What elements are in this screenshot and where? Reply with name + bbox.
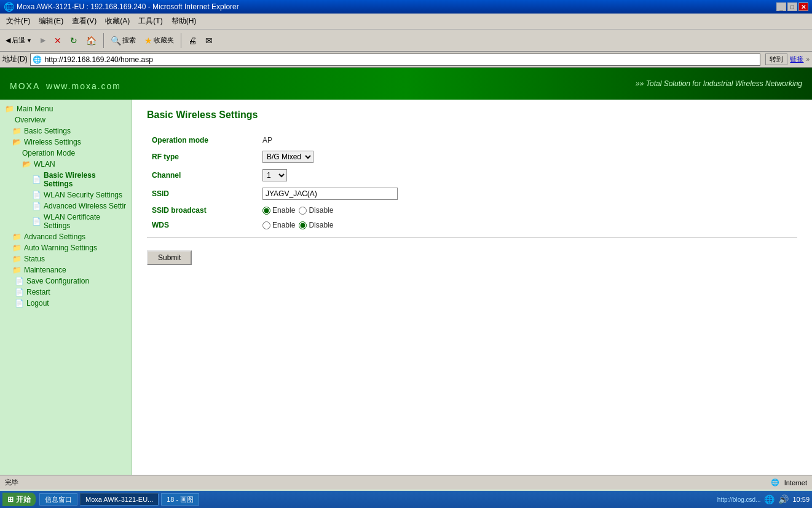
rf-type-label: RF type	[147, 148, 258, 166]
address-input[interactable]	[44, 55, 760, 64]
mail-button[interactable]: ✉	[202, 34, 216, 47]
refresh-button[interactable]: ↻	[67, 34, 81, 47]
sidebar-item-basic-wireless-settings[interactable]: 📄 Basic Wireless Settings	[0, 170, 132, 189]
ssid-broadcast-label: SSID broadcast	[147, 203, 258, 218]
ssid-broadcast-enable-radio[interactable]	[262, 207, 270, 215]
home-icon: 🏠	[86, 36, 97, 46]
forward-icon: ▶	[41, 36, 45, 44]
folder-open-wlan-icon: 📂	[22, 160, 31, 169]
file-wss-icon: 📄	[32, 191, 41, 199]
sidebar-item-wireless-settings[interactable]: 📂 Wireless Settings	[0, 137, 132, 148]
sidebar-item-save-configuration[interactable]: 📄 Save Configuration	[0, 276, 132, 287]
form-divider	[147, 237, 797, 238]
sidebar-item-restart[interactable]: 📄 Restart	[0, 287, 132, 298]
menu-file[interactable]: 文件(F)	[2, 15, 34, 28]
status-bar: 完毕 🌐 Internet	[0, 475, 812, 490]
home-button[interactable]: 🏠	[83, 34, 100, 47]
refresh-icon: ↻	[70, 36, 77, 46]
go-button[interactable]: 转到	[765, 54, 787, 65]
internet-zone-text: Internet	[784, 479, 807, 486]
ssid-broadcast-value: Enable Disable	[258, 203, 797, 218]
sidebar-item-wlan-certificate-settings[interactable]: 📄 WLAN Certificate Settings	[0, 212, 132, 231]
sidebar-label-wireless-settings: Wireless Settings	[24, 138, 81, 146]
wds-enable-radio[interactable]	[262, 221, 270, 229]
search-button[interactable]: 🔍 搜索	[108, 34, 139, 47]
print-button[interactable]: 🖨	[185, 34, 200, 47]
channel-value: 123 456 789 1011	[258, 166, 797, 185]
folder-open-icon: 📂	[12, 138, 22, 146]
ssid-broadcast-disable-text: Disable	[309, 206, 333, 215]
status-text: 完毕	[5, 478, 18, 487]
title-bar: 🌐 Moxa AWK-3121-EU : 192.168.169.240 - M…	[0, 0, 812, 14]
sidebar-item-maintenance[interactable]: 📁 Maintenance	[0, 264, 132, 276]
wds-enable-text: Enable	[272, 221, 295, 229]
wds-disable-label[interactable]: Disable	[299, 221, 333, 229]
title-bar-left: 🌐 Moxa AWK-3121-EU : 192.168.169.240 - M…	[4, 2, 239, 12]
window-title: Moxa AWK-3121-EU : 192.168.169.240 - Mic…	[17, 2, 239, 11]
menu-help[interactable]: 帮助(H)	[168, 15, 200, 28]
sidebar-label-restart: Restart	[26, 288, 50, 296]
favorites-button[interactable]: ★ 收藏夹	[141, 34, 177, 47]
file-aws-icon: 📄	[32, 202, 41, 210]
sidebar-label-overview: Overview	[15, 116, 45, 124]
sidebar-item-operation-mode[interactable]: Operation Mode	[0, 148, 132, 159]
menu-edit[interactable]: 编辑(E)	[35, 15, 67, 28]
sidebar-item-basic-settings[interactable]: 📁 Basic Settings	[0, 125, 132, 137]
channel-select[interactable]: 123 456 789 1011	[262, 169, 287, 181]
sidebar-label-maintenance: Maintenance	[24, 266, 66, 274]
ssid-broadcast-enable-label[interactable]: Enable	[262, 206, 295, 215]
ssid-row: SSID	[147, 185, 797, 203]
folder-closed-icon: 📁	[12, 127, 22, 135]
ssid-broadcast-row: SSID broadcast Enable Disable	[147, 203, 797, 218]
operation-mode-row: Operation mode AP	[147, 133, 797, 148]
page-title: Basic Wireless Settings	[147, 109, 797, 123]
maximize-button[interactable]: □	[787, 2, 797, 11]
sidebar-item-advanced-settings[interactable]: 📁 Advanced Settings	[0, 231, 132, 242]
back-label: 后退	[12, 36, 25, 45]
channel-label: Channel	[147, 166, 258, 185]
back-button[interactable]: ◀ 后退 ▼	[2, 34, 35, 47]
content-area: Basic Wireless Settings Operation mode A…	[132, 100, 812, 475]
sidebar-item-wlan[interactable]: 📂 WLAN	[0, 159, 132, 170]
wds-label: WDS	[147, 218, 258, 232]
sidebar-item-logout[interactable]: 📄 Logout	[0, 298, 132, 309]
sidebar: 📁 Main Menu Overview 📁 Basic Settings 📂 …	[0, 100, 132, 475]
folder-advanced-icon: 📁	[12, 232, 22, 241]
separator-1	[103, 33, 104, 48]
moxa-website: www.moxa.com	[46, 81, 121, 91]
ssid-value	[258, 185, 797, 203]
menu-view[interactable]: 查看(V)	[68, 15, 100, 28]
sidebar-item-main-menu[interactable]: 📁 Main Menu	[0, 103, 132, 114]
close-button[interactable]: ✕	[798, 2, 808, 11]
ssid-input[interactable]	[262, 188, 398, 200]
back-arrow-icon: ▼	[26, 38, 32, 44]
file-save-icon: 📄	[15, 277, 24, 285]
folder-warning-icon: 📁	[12, 244, 22, 252]
page-icon: 🌐	[33, 55, 42, 64]
status-right: 🌐 Internet	[771, 478, 807, 486]
menu-tools[interactable]: 工具(T)	[135, 15, 166, 28]
minimize-button[interactable]: _	[776, 2, 786, 11]
sidebar-item-advanced-wireless-settings[interactable]: 📄 Advanced Wireless Settir	[0, 200, 132, 212]
file-logout-icon: 📄	[15, 299, 24, 308]
folder-status-icon: 📁	[12, 255, 22, 263]
forward-button[interactable]: ▶	[37, 34, 49, 46]
menu-favorites[interactable]: 收藏(A)	[101, 15, 133, 28]
sidebar-label-advanced-wireless-settings: Advanced Wireless Settir	[44, 202, 126, 210]
ssid-broadcast-disable-label[interactable]: Disable	[299, 206, 333, 215]
folder-maintenance-icon: 📁	[12, 266, 22, 274]
wds-enable-label[interactable]: Enable	[262, 221, 295, 229]
sidebar-item-wlan-security-settings[interactable]: 📄 WLAN Security Settings	[0, 189, 132, 200]
ssid-label: SSID	[147, 185, 258, 203]
sidebar-item-status[interactable]: 📁 Status	[0, 253, 132, 264]
sidebar-label-auto-warning-settings: Auto Warning Settings	[24, 244, 97, 252]
sidebar-item-auto-warning-settings[interactable]: 📁 Auto Warning Settings	[0, 242, 132, 253]
ssid-broadcast-disable-radio[interactable]	[299, 207, 307, 215]
wds-disable-radio[interactable]	[299, 221, 307, 229]
links-button[interactable]: 链接	[790, 55, 803, 64]
sidebar-item-overview[interactable]: Overview	[0, 114, 132, 125]
submit-button[interactable]: Submit	[147, 250, 192, 265]
stop-button[interactable]: ✕	[51, 34, 65, 47]
file-bws-icon: 📄	[32, 175, 41, 184]
rf-type-select[interactable]: B/G Mixed B Only G Only	[262, 151, 313, 163]
